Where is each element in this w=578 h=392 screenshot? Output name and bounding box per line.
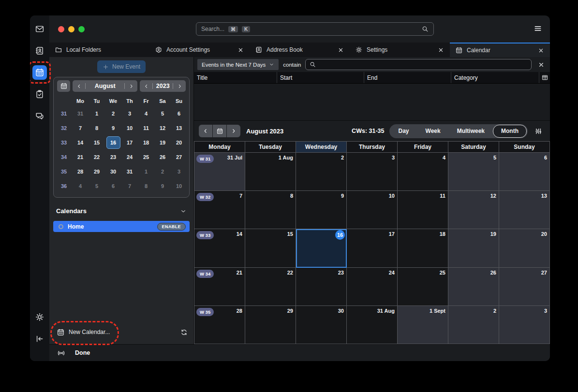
chevron-down-icon[interactable] <box>180 208 187 215</box>
close-tab-icon[interactable] <box>538 47 544 54</box>
event-filter-search-input[interactable] <box>305 59 532 70</box>
month-day-cell[interactable]: 22 <box>245 268 296 306</box>
month-day-cell[interactable]: 30 <box>296 306 347 344</box>
sync-calendars-icon[interactable] <box>180 329 188 336</box>
mini-month-day[interactable]: 11 <box>138 121 154 135</box>
mini-month-day[interactable]: 30 <box>105 164 121 179</box>
month-day-cell[interactable]: 13 <box>499 191 550 229</box>
month-day-cell[interactable]: 3 <box>347 153 398 191</box>
mini-month-day[interactable]: 2 <box>154 164 171 179</box>
month-day-cell[interactable]: 19 <box>448 229 499 267</box>
mini-month-day[interactable]: 21 <box>72 150 89 164</box>
mini-month-day[interactable]: 12 <box>154 121 171 135</box>
rail-item-collapse[interactable] <box>32 332 47 346</box>
month-day-cell[interactable]: 16 <box>296 229 347 267</box>
close-tab-icon[interactable] <box>237 47 244 53</box>
mini-month-day[interactable]: 17 <box>121 135 138 150</box>
month-day-cell[interactable]: 8 <box>245 191 296 229</box>
column-header-title[interactable]: Title <box>194 72 277 83</box>
column-header-start[interactable]: Start <box>277 72 364 83</box>
month-day-cell[interactable]: 29 <box>245 306 296 344</box>
view-button-week[interactable]: Week <box>417 125 449 137</box>
calendar-list-item-home[interactable]: HomeENABLE <box>53 221 190 232</box>
mini-month-day[interactable]: 16 <box>105 135 121 150</box>
close-window-button[interactable] <box>58 26 64 32</box>
mini-month-day[interactable]: 6 <box>105 179 121 193</box>
month-day-cell[interactable]: 24 <box>347 268 398 306</box>
mini-month-day[interactable]: 24 <box>121 150 138 164</box>
month-day-cell[interactable]: 11 <box>398 191 448 229</box>
month-day-cell[interactable]: 23 <box>296 268 347 306</box>
new-event-button[interactable]: New Event <box>97 60 146 73</box>
mini-month-day[interactable]: 23 <box>105 150 121 164</box>
tab-local-folders[interactable]: Local Folders <box>49 43 149 57</box>
new-calendar-button[interactable]: New Calendar... <box>57 325 188 339</box>
mini-month-day[interactable]: 18 <box>138 135 154 150</box>
previous-month-icon[interactable] <box>73 80 85 92</box>
mini-month-day[interactable]: 10 <box>121 121 138 135</box>
mini-month-day[interactable]: 20 <box>171 135 187 150</box>
mini-month-day[interactable]: 31 <box>121 164 138 179</box>
mini-month-day[interactable]: 5 <box>154 106 171 121</box>
app-menu-icon[interactable] <box>534 24 542 35</box>
month-day-cell[interactable]: 1 Aug <box>245 153 296 191</box>
maximize-window-button[interactable] <box>78 26 85 32</box>
month-day-cell[interactable]: 2 <box>448 306 499 344</box>
tab-address-book[interactable]: Address Book <box>250 43 350 57</box>
month-day-cell[interactable]: 10 <box>347 191 398 229</box>
next-month-icon[interactable] <box>125 80 137 92</box>
rail-item-tasks[interactable] <box>32 87 47 102</box>
close-tab-icon[interactable] <box>338 47 344 53</box>
rail-item-calendar[interactable] <box>32 65 47 80</box>
tab-settings[interactable]: Settings <box>350 43 450 57</box>
month-day-cell[interactable]: 6 <box>499 153 550 191</box>
next-year-icon[interactable] <box>173 80 186 92</box>
tab-calendar[interactable]: Calendar <box>450 43 550 57</box>
enable-badge[interactable]: ENABLE <box>157 223 186 231</box>
previous-year-icon[interactable] <box>140 80 152 92</box>
mini-month-day[interactable]: 9 <box>105 121 121 135</box>
mini-month-day[interactable]: 7 <box>72 121 89 135</box>
mini-month-day[interactable]: 31 <box>72 106 89 121</box>
mini-month-day[interactable]: 2 <box>105 106 121 121</box>
month-day-cell[interactable]: W 3528 <box>194 306 245 344</box>
mini-month-day[interactable]: 15 <box>89 135 105 150</box>
month-day-cell[interactable]: 3 <box>499 306 550 344</box>
mini-month-day[interactable]: 14 <box>72 135 89 150</box>
event-range-dropdown[interactable]: Events in the Next 7 Days <box>197 59 279 70</box>
month-day-cell[interactable]: 12 <box>448 191 499 229</box>
month-day-cell[interactable]: W 3131 Jul <box>194 153 245 191</box>
column-header-category[interactable]: Category <box>451 72 539 83</box>
rail-item-address-book[interactable] <box>32 44 47 58</box>
mini-month-day[interactable]: 29 <box>89 164 105 179</box>
next-period-button[interactable] <box>227 125 240 137</box>
mini-month-day[interactable]: 1 <box>89 106 105 121</box>
month-day-cell[interactable]: 5 <box>448 153 499 191</box>
view-button-month[interactable]: Month <box>493 125 527 138</box>
mini-month-day[interactable]: 19 <box>154 135 171 150</box>
event-list-empty[interactable] <box>194 84 550 120</box>
mini-month-today-button[interactable] <box>57 80 70 92</box>
mini-month-day[interactable]: 27 <box>171 150 187 164</box>
mini-month-day[interactable]: 28 <box>72 164 89 179</box>
month-day-cell[interactable]: 15 <box>245 229 296 267</box>
minimize-window-button[interactable] <box>68 26 74 32</box>
mini-month-day[interactable]: 26 <box>154 150 171 164</box>
mini-month-day[interactable]: 6 <box>171 106 187 121</box>
month-day-cell[interactable]: W 327 <box>194 191 245 229</box>
month-day-cell[interactable]: 25 <box>398 268 448 306</box>
month-day-cell[interactable]: 2 <box>296 153 347 191</box>
month-day-cell[interactable]: W 3421 <box>194 268 245 306</box>
mini-month-day[interactable]: 8 <box>89 121 105 135</box>
tab-account-settings[interactable]: Account Settings <box>149 43 250 57</box>
mini-month-day[interactable]: 4 <box>138 106 154 121</box>
mini-month-day[interactable]: 5 <box>89 179 105 193</box>
month-day-cell[interactable]: 9 <box>296 191 347 229</box>
rail-item-mail[interactable] <box>32 22 47 36</box>
month-day-cell[interactable]: 31 Aug <box>347 306 398 344</box>
mini-month-day[interactable]: 7 <box>121 179 138 193</box>
rail-item-gear[interactable] <box>32 310 47 324</box>
mini-month-day[interactable]: 3 <box>171 164 187 179</box>
today-button[interactable] <box>213 125 226 137</box>
month-day-cell[interactable]: 4 <box>398 153 448 191</box>
